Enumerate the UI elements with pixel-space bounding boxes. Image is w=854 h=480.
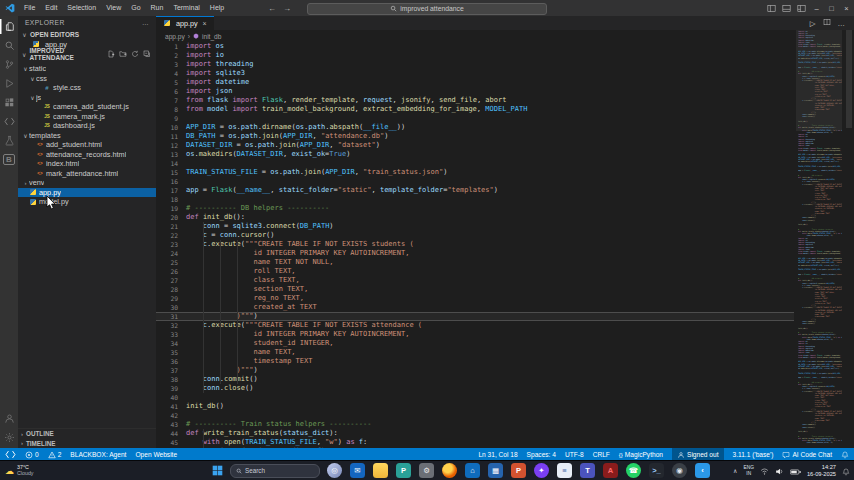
vertical-scrollbar[interactable] — [844, 30, 854, 448]
tree-item-js[interactable]: ∨js — [18, 93, 156, 103]
menu-terminal[interactable]: Terminal — [168, 0, 204, 16]
taskbar-app-whatsapp[interactable]: ☎ — [626, 463, 641, 478]
tree-item-model-py[interactable]: model.py — [18, 197, 156, 207]
taskbar-clock[interactable]: 14:27 16-09-2025 — [807, 464, 836, 477]
code-line: 8from model import train_model_backgroun… — [156, 105, 794, 114]
taskbar-app-photos[interactable]: ✦ — [534, 463, 549, 478]
taskbar-app-store[interactable]: ⌂ — [465, 463, 480, 478]
volume-icon[interactable] — [775, 462, 784, 480]
activity-account[interactable] — [0, 411, 18, 426]
file-py-icon — [30, 189, 36, 195]
taskbar-app-outlook[interactable]: ✉ — [350, 463, 365, 478]
breadcrumb-symbol[interactable]: init_db — [202, 33, 221, 40]
file-html-icon: <> — [36, 161, 44, 166]
new-file-icon[interactable] — [107, 50, 115, 59]
tree-item-style-css[interactable]: #style.css — [18, 83, 156, 93]
breadcrumb[interactable]: app.py › init_db — [156, 30, 854, 42]
activity-blackbox[interactable]: B — [0, 152, 18, 167]
command-center[interactable]: improved attendance — [307, 3, 547, 15]
language-indicator[interactable]: ENG IN — [744, 465, 754, 475]
start-button[interactable] — [212, 465, 223, 476]
menu-run[interactable]: Run — [146, 0, 169, 16]
taskbar-app-copilot[interactable]: ◎ — [327, 463, 342, 478]
tree-item-venv[interactable]: ›venv — [18, 178, 156, 188]
close-button[interactable]: × — [839, 0, 854, 16]
minimap-slider[interactable] — [796, 30, 842, 131]
weather-widget[interactable]: ☁ 37°C Cloudy — [5, 461, 34, 480]
menu-edit[interactable]: Edit — [40, 0, 62, 16]
tree-item-add-student-html[interactable]: <>add_student.html — [18, 140, 156, 150]
tree-item-templates[interactable]: ∨templates — [18, 131, 156, 141]
minimize-button[interactable]: – — [809, 0, 824, 16]
forward-icon[interactable]: → — [283, 4, 291, 13]
taskbar-app-obs[interactable]: ◉ — [672, 463, 687, 478]
taskbar-app-settings[interactable]: ⚙ — [419, 463, 434, 478]
section-outline[interactable]: ›OUTLINE — [18, 429, 156, 439]
activity-extensions[interactable] — [0, 95, 18, 110]
taskbar-app-teams[interactable]: T — [580, 463, 595, 478]
split-editor-icon[interactable] — [823, 18, 831, 28]
code-editor[interactable]: 1import os2import io3import threading4im… — [156, 42, 794, 448]
scrollbar-thumb[interactable] — [846, 30, 852, 128]
open-editors-header[interactable]: ∨ OPEN EDITORS — [18, 29, 156, 39]
tree-item-css[interactable]: ∨css — [18, 74, 156, 84]
tree-item-app-py[interactable]: app.py — [18, 188, 156, 198]
remote-icon — [5, 449, 16, 460]
breadcrumb-file[interactable]: app.py — [165, 33, 185, 40]
taskbar-app-terminal[interactable]: >_ — [649, 463, 664, 478]
taskbar-app-vscode[interactable]: ‹ — [695, 463, 710, 478]
activity-settings[interactable] — [0, 430, 18, 445]
menu-selection[interactable]: Selection — [62, 0, 101, 16]
activity-remote[interactable] — [0, 114, 18, 129]
tree-item-camera-mark-js[interactable]: JScamera_mark.js — [18, 112, 156, 122]
more-actions-icon[interactable]: … — [838, 19, 846, 28]
tree-item-camera-add-student-js[interactable]: JScamera_add_student.js — [18, 102, 156, 112]
menu-go[interactable]: Go — [126, 0, 145, 16]
tree-item-attendance-records-html[interactable]: <>attendance_records.html — [18, 150, 156, 160]
new-folder-icon[interactable] — [119, 50, 127, 59]
wifi-icon[interactable] — [760, 462, 769, 480]
taskbar-search[interactable]: Search — [230, 464, 320, 478]
battery-icon[interactable] — [790, 462, 801, 480]
close-tab-icon[interactable]: × — [203, 20, 207, 27]
taskbar-app-phone-link[interactable]: P — [396, 463, 411, 478]
code-text: from model import train_model_background… — [798, 356, 842, 358]
taskbar-app-acrobat[interactable]: A — [603, 463, 618, 478]
views-more-icon[interactable]: … — [142, 19, 149, 26]
menu-help[interactable]: Help — [205, 0, 229, 16]
activity-testing[interactable] — [0, 133, 18, 148]
activity-run-debug[interactable] — [0, 76, 18, 91]
tree-item-index-html[interactable]: <>index.html — [18, 159, 156, 169]
activity-source-control[interactable] — [0, 57, 18, 72]
code-line: app = Flask(__name__, static_folder="sta… — [796, 377, 842, 379]
run-python-file-icon[interactable]: ▷ — [810, 19, 816, 28]
back-icon[interactable]: ← — [268, 4, 276, 13]
tree-item-dashboard-js[interactable]: JSdashboard.js — [18, 121, 156, 131]
tab-app-py[interactable]: app.py × — [156, 16, 214, 30]
tree-item-static[interactable]: ∨static — [18, 64, 156, 74]
minimap[interactable]: import osimport ioimport threadingimport… — [796, 30, 842, 448]
activity-search[interactable] — [0, 38, 18, 53]
activity-explorer[interactable] — [0, 19, 18, 34]
bell-icon — [841, 451, 849, 459]
code-line: os.makedirs(DATASET_DIR, exist_ok=True) — [796, 368, 842, 370]
toggle-sidebar-icon[interactable] — [764, 0, 779, 16]
notification-bell-icon[interactable] — [842, 462, 850, 480]
maximize-button[interactable]: □ — [824, 0, 839, 16]
taskbar-app-powerpoint[interactable]: P — [511, 463, 526, 478]
refresh-icon[interactable] — [131, 50, 139, 59]
project-folder-header[interactable]: ∨ IMPROVED ATTENDANCE — [18, 49, 156, 59]
toggle-panel-icon[interactable] — [779, 0, 794, 16]
taskbar-app-file-explorer[interactable] — [373, 463, 388, 478]
section-timeline[interactable]: ›TIMELINE — [18, 439, 156, 449]
tree-item-mark-attendance-html[interactable]: <>mark_attendance.html — [18, 169, 156, 179]
taskbar-app-notepad[interactable]: ≡ — [557, 463, 572, 478]
taskbar-app-firefox[interactable] — [442, 463, 457, 478]
customize-layout-icon[interactable] — [794, 0, 809, 16]
file-html-icon: <> — [36, 152, 44, 157]
collapse-folders-icon[interactable] — [143, 50, 151, 59]
tray-overflow-icon[interactable]: ∧ — [733, 467, 737, 474]
taskbar-app-calculator[interactable]: ▦ — [488, 463, 503, 478]
menu-file[interactable]: File — [19, 0, 40, 16]
menu-view[interactable]: View — [101, 0, 126, 16]
